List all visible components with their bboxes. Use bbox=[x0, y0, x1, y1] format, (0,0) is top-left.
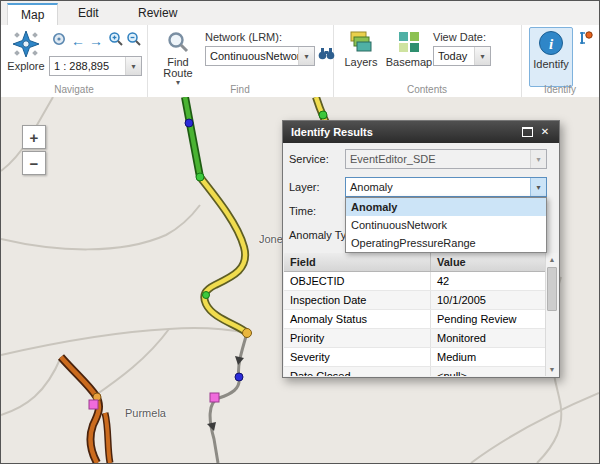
arrow-left-icon: ← bbox=[71, 32, 85, 50]
group-label-find: Find bbox=[147, 84, 333, 95]
group-identify: i Identify Identify bbox=[521, 25, 599, 97]
map-zoom-out-button[interactable]: − bbox=[22, 151, 46, 175]
group-navigate: Explore ← → bbox=[1, 25, 148, 97]
table-header-row: Field Value bbox=[284, 253, 545, 272]
field-value: 10/1/2005 bbox=[431, 291, 545, 309]
panel-titlebar[interactable]: Identify Results ✕ bbox=[283, 121, 559, 143]
full-extent-button[interactable] bbox=[50, 32, 68, 50]
service-label: Service: bbox=[289, 149, 329, 169]
scale-value: 1 : 288,895 bbox=[50, 60, 125, 72]
network-value: ContinuousNetwork bbox=[206, 50, 298, 62]
find-route-label: Find Route bbox=[158, 57, 198, 79]
panel-title: Identify Results bbox=[291, 126, 373, 138]
ribbon: Explore ← → bbox=[1, 25, 599, 98]
map-label-purmela: Purmela bbox=[125, 407, 166, 419]
map-zoom-control: + − bbox=[22, 125, 46, 177]
layers-label: Layers bbox=[344, 57, 377, 68]
scale-combobox[interactable]: 1 : 288,895 ▾ bbox=[49, 56, 142, 76]
maximize-button[interactable] bbox=[519, 121, 535, 143]
table-row[interactable]: Priority Monitored bbox=[284, 329, 545, 348]
field-name: Inspection Date bbox=[284, 291, 431, 309]
maximize-icon bbox=[522, 127, 533, 137]
tab-map[interactable]: Map bbox=[7, 3, 58, 25]
group-contents: Layers Basemap View Date: Today ▾ Conten… bbox=[333, 25, 522, 97]
chevron-down-icon: ▾ bbox=[298, 47, 314, 65]
chevron-down-icon: ▾ bbox=[125, 57, 141, 75]
group-label-navigate: Navigate bbox=[1, 84, 147, 95]
find-route-magnifier-icon bbox=[166, 30, 190, 56]
table-row[interactable]: OBJECTID 42 bbox=[284, 272, 545, 291]
layer-option-operatingpressurerange[interactable]: OperatingPressureRange bbox=[346, 234, 546, 252]
identify-info-icon: i bbox=[538, 30, 564, 58]
zoom-in-button[interactable] bbox=[107, 32, 125, 50]
view-date-combobox[interactable]: Today ▾ bbox=[433, 46, 491, 66]
field-name: OBJECTID bbox=[284, 272, 431, 290]
service-value: EventEditor_SDE bbox=[346, 153, 530, 165]
explore-button[interactable]: Explore bbox=[5, 27, 47, 87]
identify-results-panel: Identify Results ✕ Service: EventEditor_… bbox=[282, 120, 560, 378]
group-label-identify: Identify bbox=[521, 84, 599, 95]
table-row[interactable]: Severity Medium bbox=[284, 348, 545, 367]
identify-button[interactable]: i Identify bbox=[529, 27, 573, 87]
find-route-button[interactable]: Find Route ▾ bbox=[155, 27, 201, 87]
zoom-out-button[interactable] bbox=[125, 32, 143, 50]
field-value: Medium bbox=[431, 348, 545, 366]
layer-option-anomaly[interactable]: Anomaly bbox=[346, 198, 546, 216]
layer-combobox[interactable]: Anomaly ▾ bbox=[345, 177, 547, 197]
explore-label: Explore bbox=[7, 61, 44, 72]
chevron-down-icon: ▾ bbox=[530, 178, 546, 196]
network-combobox[interactable]: ContinuousNetwork ▾ bbox=[205, 46, 315, 66]
field-value: 42 bbox=[431, 272, 545, 290]
network-lrm-label: Network (LRM): bbox=[205, 31, 282, 43]
time-label: Time: bbox=[289, 201, 316, 221]
zoom-in-icon bbox=[108, 31, 124, 51]
table-scrollbar[interactable]: ▲ ▼ bbox=[545, 253, 558, 376]
identify-route-tool-icon bbox=[578, 30, 594, 50]
view-date-value: Today bbox=[434, 50, 474, 62]
table-row[interactable]: Date Closed <null> bbox=[284, 367, 545, 376]
field-value: Pending Review bbox=[431, 310, 545, 328]
table-row[interactable]: Inspection Date 10/1/2005 bbox=[284, 291, 545, 310]
tab-edit[interactable]: Edit bbox=[65, 3, 112, 25]
tab-review[interactable]: Review bbox=[125, 3, 190, 25]
scroll-up-icon[interactable]: ▲ bbox=[546, 253, 558, 266]
chevron-down-icon: ▾ bbox=[530, 150, 546, 168]
layers-icon bbox=[349, 30, 373, 56]
chevron-down-icon: ▾ bbox=[474, 47, 490, 65]
scrollbar-thumb[interactable] bbox=[547, 267, 557, 311]
explore-compass-icon bbox=[12, 30, 40, 60]
field-name: Anomaly Status bbox=[284, 310, 431, 328]
zoom-out-icon bbox=[126, 31, 142, 51]
binoculars-icon bbox=[318, 47, 335, 65]
field-name: Priority bbox=[284, 329, 431, 347]
basemap-button[interactable]: Basemap bbox=[385, 27, 433, 87]
attributes-table: Field Value OBJECTID 42 Inspection Date … bbox=[284, 253, 545, 376]
layer-dropdown-list: Anomaly ContinuousNetwork OperatingPress… bbox=[345, 197, 547, 253]
table-row[interactable]: Anomaly Status Pending Review bbox=[284, 310, 545, 329]
identify-route-tool-button[interactable] bbox=[577, 31, 595, 49]
field-value: <null> bbox=[431, 367, 545, 376]
field-name: Severity bbox=[284, 348, 431, 366]
ribbon-tabbar: Map Edit Review bbox=[1, 1, 599, 25]
previous-extent-button[interactable]: ← bbox=[69, 32, 87, 50]
close-button[interactable]: ✕ bbox=[537, 121, 553, 143]
layers-button[interactable]: Layers bbox=[339, 27, 383, 87]
service-combobox[interactable]: EventEditor_SDE ▾ bbox=[345, 149, 547, 169]
group-label-contents: Contents bbox=[333, 84, 521, 95]
layer-value: Anomaly bbox=[346, 181, 530, 193]
scroll-down-icon[interactable]: ▼ bbox=[546, 363, 558, 376]
full-extent-icon bbox=[52, 32, 66, 50]
identify-label: Identify bbox=[533, 59, 568, 70]
column-header-value: Value bbox=[431, 253, 545, 271]
field-name: Date Closed bbox=[284, 367, 431, 376]
column-header-field: Field bbox=[284, 253, 431, 271]
group-find: Find Route ▾ Network (LRM): ContinuousNe… bbox=[147, 25, 334, 97]
basemap-icon bbox=[397, 30, 421, 56]
next-extent-button[interactable]: → bbox=[87, 32, 105, 50]
basemap-label: Basemap bbox=[386, 57, 432, 68]
map-zoom-in-button[interactable]: + bbox=[22, 125, 46, 149]
app-window: Map Edit Review Explore bbox=[0, 0, 600, 464]
field-value: Monitored bbox=[431, 329, 545, 347]
layer-option-continuousnetwork[interactable]: ContinuousNetwork bbox=[346, 216, 546, 234]
arrow-right-icon: → bbox=[89, 32, 103, 50]
